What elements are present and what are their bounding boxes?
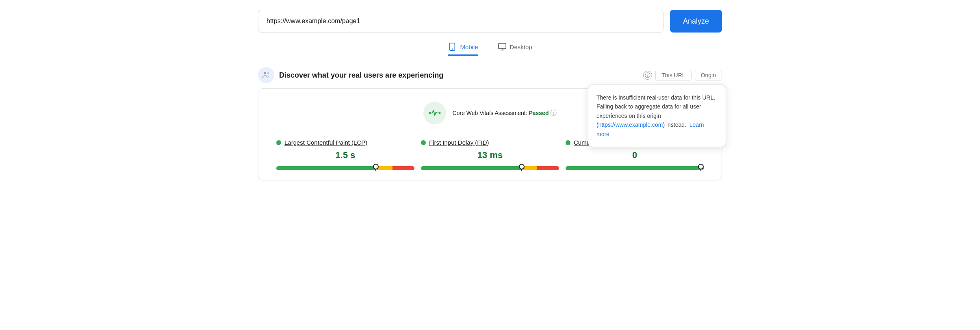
section-header: Discover what your real users are experi… — [258, 67, 722, 83]
tooltip-text-suffix: ) instead. — [663, 122, 686, 128]
vitals-assessment: Core Web Vitals Assessment: Passed ⓘ — [453, 109, 557, 117]
progress-bar-lcp — [276, 166, 414, 170]
info-circle-icon: i — [645, 72, 650, 78]
progress-indicator-fid — [521, 165, 522, 171]
progress-track-fid — [421, 166, 559, 170]
tab-mobile-label: Mobile — [460, 43, 478, 50]
desktop-icon — [498, 42, 507, 51]
url-toggle-group: i This URL Origin There is insufficient … — [643, 70, 722, 80]
mobile-icon — [448, 42, 457, 51]
progress-indicator-cls — [700, 165, 701, 171]
section-title: Discover what your real users are experi… — [279, 71, 443, 80]
pulse-icon — [428, 106, 441, 119]
metric-dot-fid — [421, 140, 426, 145]
metric-value-cls: 0 — [566, 150, 704, 161]
section-avatar — [258, 67, 274, 83]
metric-label-fid: First Input Delay (FID) — [421, 139, 559, 146]
page-wrapper: Analyze Mobile Desktop — [245, 0, 735, 190]
metric-label-lcp: Largest Contentful Paint (LCP) — [276, 139, 414, 146]
svg-point-6 — [267, 72, 269, 74]
progress-track-lcp — [276, 166, 414, 170]
tab-desktop[interactable]: Desktop — [498, 42, 532, 56]
users-icon — [261, 70, 271, 80]
metric-label-text-lcp[interactable]: Largest Contentful Paint (LCP) — [284, 139, 367, 146]
seg-red-fid — [537, 166, 559, 170]
url-row: Analyze — [258, 10, 722, 33]
tab-mobile[interactable]: Mobile — [448, 42, 478, 56]
analyze-button[interactable]: Analyze — [670, 10, 722, 33]
seg-green-cls — [566, 166, 701, 170]
seg-green-lcp — [276, 166, 376, 170]
tooltip-link[interactable]: https://www.example.com — [598, 122, 663, 128]
tooltip-box: There is insufficient real-user data for… — [588, 85, 726, 147]
progress-track-cls — [566, 166, 704, 170]
metric-value-fid: 13 ms — [421, 150, 559, 161]
tab-desktop-label: Desktop — [510, 43, 532, 50]
metric-dot-lcp — [276, 140, 281, 145]
metric-label-text-fid[interactable]: First Input Delay (FID) — [429, 139, 489, 146]
section-title-group: Discover what your real users are experi… — [258, 67, 443, 83]
vitals-icon — [423, 102, 446, 124]
origin-button[interactable]: Origin — [695, 70, 722, 80]
svg-point-10 — [438, 112, 440, 114]
vitals-help-icon[interactable]: ⓘ — [550, 109, 557, 116]
this-url-button[interactable]: This URL — [655, 70, 691, 80]
vitals-status: Passed — [529, 110, 549, 116]
svg-point-5 — [264, 72, 266, 74]
svg-text:i: i — [647, 74, 648, 78]
seg-red-lcp — [392, 166, 414, 170]
tab-row: Mobile Desktop — [258, 42, 722, 56]
metric-dot-cls — [566, 140, 570, 145]
svg-point-9 — [429, 112, 431, 114]
vitals-assessment-label: Core Web Vitals Assessment: — [453, 110, 527, 116]
metric-col-fid: First Input Delay (FID) 13 ms — [418, 139, 562, 170]
progress-indicator-lcp — [375, 165, 376, 171]
url-input[interactable] — [258, 10, 663, 33]
info-icon[interactable]: i — [643, 71, 652, 80]
metric-col-lcp: Largest Contentful Paint (LCP) 1.5 s — [273, 139, 418, 170]
progress-bar-fid — [421, 166, 559, 170]
svg-rect-2 — [498, 43, 505, 49]
progress-bar-cls — [566, 166, 704, 170]
metric-value-lcp: 1.5 s — [276, 150, 414, 161]
seg-green-fid — [421, 166, 522, 170]
